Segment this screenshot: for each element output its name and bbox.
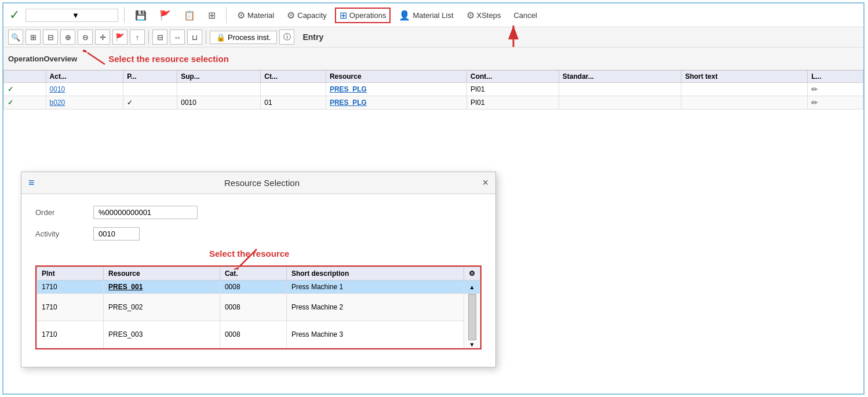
process-inst-button[interactable]: 🔒 Process inst.	[210, 31, 277, 44]
move-btn[interactable]: ✛	[95, 30, 110, 45]
row2-scrollbar: ▼	[464, 294, 480, 348]
select-resource-annotation: Select the resource selection	[108, 54, 229, 64]
row2-desc: Press Machine 2	[286, 294, 464, 321]
operations-label: Operations	[349, 11, 386, 20]
activity-input[interactable]	[93, 227, 140, 241]
operations-table-area: Act... P... Sup... Ct... Resource Cont..…	[3, 70, 863, 110]
row2-cont: PI01	[467, 96, 559, 110]
material-list-icon: 👤	[399, 10, 410, 21]
col-header-l: L...	[808, 71, 863, 83]
toolbar-dropdown[interactable]: ▼	[25, 9, 118, 22]
row2-edit[interactable]: ✏	[808, 96, 863, 110]
page-icon: 📋	[184, 10, 195, 21]
svg-line-3	[87, 53, 105, 64]
info-btn[interactable]: ⓘ	[279, 30, 294, 45]
separator-2	[226, 7, 227, 23]
row1-p	[123, 83, 177, 96]
hamburger-icon[interactable]: ≡	[28, 177, 35, 189]
page-button[interactable]: 📋	[179, 8, 200, 23]
row3-resource: PRES_003	[103, 321, 220, 348]
remove-icon: ⊖	[82, 33, 89, 42]
arrow-to-resource-selection	[83, 50, 106, 67]
row2-resource[interactable]: PRES_PLG	[326, 96, 466, 110]
order-input[interactable]	[93, 206, 198, 219]
flag-button[interactable]: 🚩	[155, 8, 176, 23]
resource-table-wrapper: Plnt Resource Cat. Short description ⚙	[35, 265, 482, 349]
material-list-button[interactable]: 👤 Material List	[394, 8, 458, 23]
operations-button[interactable]: ⊞ Operations	[335, 8, 391, 23]
arrow-to-operations	[508, 21, 537, 50]
col-header-sup: Sup...	[177, 71, 261, 83]
capacity-button[interactable]: ⚙ Capacity	[282, 8, 331, 23]
row2-ct: 01	[261, 96, 326, 110]
row2-shorttext	[681, 96, 808, 110]
row2-plnt: 1710	[37, 294, 104, 321]
row3-plnt: 1710	[37, 321, 104, 348]
capacity-icon: ⚙	[287, 10, 295, 21]
col-header-p: P...	[123, 71, 177, 83]
branch-icon: ⊔	[192, 33, 198, 42]
col-header-act: Act...	[46, 71, 123, 83]
row1-sup	[177, 83, 261, 96]
col-header-shorttext: Short text	[681, 71, 808, 83]
top-toolbar: ✓ ▼ 💾 🚩 📋 ⊞ ⚙ Material ⚙ Capacity ⊞	[3, 3, 863, 27]
grid-icon: ⊞	[30, 33, 37, 42]
check-icon[interactable]: ✓	[9, 8, 20, 23]
xsteps-button[interactable]: ⚙ XSteps	[462, 8, 506, 23]
table-button[interactable]: ⊞	[203, 8, 220, 23]
resource-table: Plnt Resource Cat. Short description ⚙	[37, 267, 480, 348]
grid2-btn[interactable]: ⊟	[43, 30, 58, 45]
row1-desc: Press Machine 1	[286, 281, 464, 294]
row1-resource[interactable]: PRES_PLG	[326, 83, 466, 96]
arrow-to-table	[234, 246, 268, 269]
capacity-label: Capacity	[297, 11, 327, 20]
operations-icon: ⊞	[340, 10, 347, 21]
row1-scroll: ▲	[464, 281, 480, 294]
col-header-standard: Standar...	[559, 71, 681, 83]
col-desc: Short description	[286, 267, 464, 281]
settings-icon[interactable]: ⚙	[469, 269, 475, 278]
zoom-btn[interactable]: 🔍	[8, 30, 23, 45]
cancel-button[interactable]: Cancel	[509, 9, 541, 22]
col-header-cont: Cont...	[467, 71, 559, 83]
material-icon: ⚙	[237, 10, 245, 21]
operations-table: Act... P... Sup... Ct... Resource Cont..…	[3, 70, 863, 110]
remove-btn[interactable]: ⊖	[78, 30, 93, 45]
resource-selection-modal: ≡ Resource Selection × Order Activity Se…	[21, 172, 496, 367]
up-btn[interactable]: ↑	[130, 30, 145, 45]
row2-act[interactable]: b020	[46, 96, 123, 110]
add-btn[interactable]: ⊕	[60, 30, 75, 45]
flag2-icon: 🚩	[115, 33, 125, 42]
col-resource: Resource	[103, 267, 220, 281]
grid-btn[interactable]: ⊞	[25, 30, 41, 45]
tb2-separator2	[206, 30, 206, 44]
activity-row: Activity	[35, 227, 482, 241]
flag2-btn[interactable]: 🚩	[112, 30, 127, 45]
save-button[interactable]: 💾	[130, 8, 151, 23]
second-toolbar: 🔍 ⊞ ⊟ ⊕ ⊖ ✛ 🚩 ↑ ⊟ ↔ ⊔	[3, 27, 863, 48]
resource-row-1[interactable]: 1710 PRES_001 0008 Press Machine 1 ▲	[37, 281, 480, 294]
row2-resource: PRES_002	[103, 294, 220, 321]
row1-edit[interactable]: ✏	[808, 83, 863, 96]
table-icon: ⊞	[208, 10, 216, 21]
scroll-up-arrow[interactable]: ▲	[469, 284, 475, 290]
link-btn[interactable]: ↔	[170, 30, 185, 45]
minus2-icon: ⊟	[157, 33, 163, 42]
row1-act[interactable]: 0010	[46, 83, 123, 96]
resource-row-2[interactable]: 1710 PRES_002 0008 Press Machine 2 ▼	[37, 294, 480, 321]
info-icon: ⓘ	[283, 32, 291, 42]
material-button[interactable]: ⚙ Material	[232, 8, 279, 23]
entry-label: Entry	[302, 32, 323, 42]
operation-overview-label: OperationOverview	[8, 54, 77, 63]
settings-col: ⚙	[464, 267, 480, 281]
minus2-btn[interactable]: ⊟	[152, 30, 167, 45]
table-row: ✓ 0010 PRES_PLG PI01 ✏	[4, 83, 863, 96]
order-row: Order	[35, 206, 482, 219]
resource-row-3[interactable]: 1710 PRES_003 0008 Press Machine 3	[37, 321, 480, 348]
row2-cat: 0008	[220, 294, 286, 321]
table-row: ✓ b020 ✓ 0010 01 PRES_PLG PI01 ✏	[4, 96, 863, 110]
table-header-row: Act... P... Sup... Ct... Resource Cont..…	[4, 71, 863, 83]
branch-btn[interactable]: ⊔	[187, 30, 202, 45]
row1-cont: PI01	[467, 83, 559, 96]
modal-close-button[interactable]: ×	[482, 177, 488, 189]
